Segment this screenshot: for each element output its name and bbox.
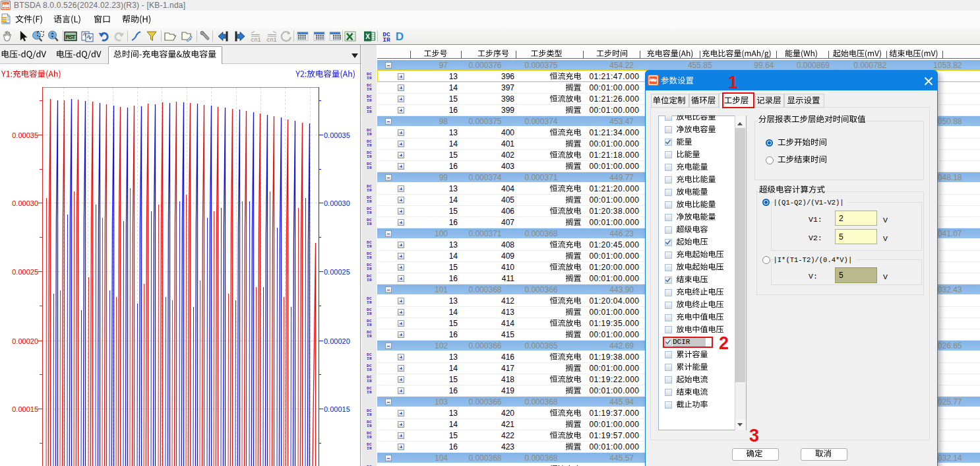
svg-text:0.00015: 0.00015 bbox=[324, 405, 350, 413]
svg-text:0.00020: 0.00020 bbox=[324, 337, 350, 345]
svg-text:0.00030: 0.00030 bbox=[12, 199, 38, 207]
svg-text:0.00035: 0.00035 bbox=[12, 131, 38, 139]
svg-text:0.00015: 0.00015 bbox=[12, 405, 38, 413]
svg-text:0.00025: 0.00025 bbox=[12, 268, 38, 276]
svg-text:0.00025: 0.00025 bbox=[324, 268, 350, 276]
svg-text:X: X bbox=[365, 33, 370, 40]
svg-text:0.00020: 0.00020 bbox=[12, 337, 38, 345]
svg-text:cn1: cn1 bbox=[251, 37, 260, 44]
svg-text:RST: RST bbox=[66, 34, 77, 40]
svg-text:IR: IR bbox=[383, 36, 390, 43]
svg-text:cn1: cn1 bbox=[266, 37, 276, 44]
svg-text:0.00030: 0.00030 bbox=[324, 199, 350, 207]
svg-text:0.00035: 0.00035 bbox=[324, 131, 350, 139]
svg-text:D: D bbox=[395, 30, 403, 43]
